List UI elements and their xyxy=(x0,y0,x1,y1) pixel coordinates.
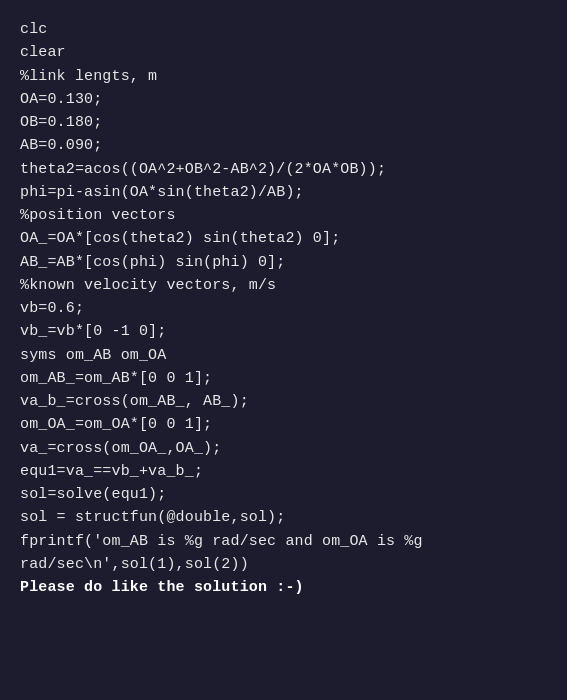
code-line: sol=solve(equ1); xyxy=(20,483,547,506)
code-line: %position vectors xyxy=(20,204,547,227)
code-line: fprintf('om_AB is %g rad/sec and om_OA i… xyxy=(20,530,547,553)
code-line: Please do like the solution :-) xyxy=(20,576,547,599)
code-line: phi=pi-asin(OA*sin(theta2)/AB); xyxy=(20,181,547,204)
code-line: vb=0.6; xyxy=(20,297,547,320)
code-line: AB=0.090; xyxy=(20,134,547,157)
code-line: syms om_AB om_OA xyxy=(20,344,547,367)
code-line: va_b_=cross(om_AB_, AB_); xyxy=(20,390,547,413)
code-line: sol = structfun(@double,sol); xyxy=(20,506,547,529)
code-line: va_=cross(om_OA_,OA_); xyxy=(20,437,547,460)
code-line: theta2=acos((OA^2+OB^2-AB^2)/(2*OA*OB)); xyxy=(20,158,547,181)
code-line: clc xyxy=(20,18,547,41)
code-line: %known velocity vectors, m/s xyxy=(20,274,547,297)
code-line: om_OA_=om_OA*[0 0 1]; xyxy=(20,413,547,436)
code-line: equ1=va_==vb_+va_b_; xyxy=(20,460,547,483)
code-line: clear xyxy=(20,41,547,64)
code-line: AB_=AB*[cos(phi) sin(phi) 0]; xyxy=(20,251,547,274)
code-line: OA=0.130; xyxy=(20,88,547,111)
code-line: rad/sec\n',sol(1),sol(2)) xyxy=(20,553,547,576)
code-line: %link lengts, m xyxy=(20,65,547,88)
code-line: OB=0.180; xyxy=(20,111,547,134)
code-line: vb_=vb*[0 -1 0]; xyxy=(20,320,547,343)
code-editor: clcclear%link lengts, mOA=0.130;OB=0.180… xyxy=(0,0,567,700)
code-line: OA_=OA*[cos(theta2) sin(theta2) 0]; xyxy=(20,227,547,250)
code-line: om_AB_=om_AB*[0 0 1]; xyxy=(20,367,547,390)
